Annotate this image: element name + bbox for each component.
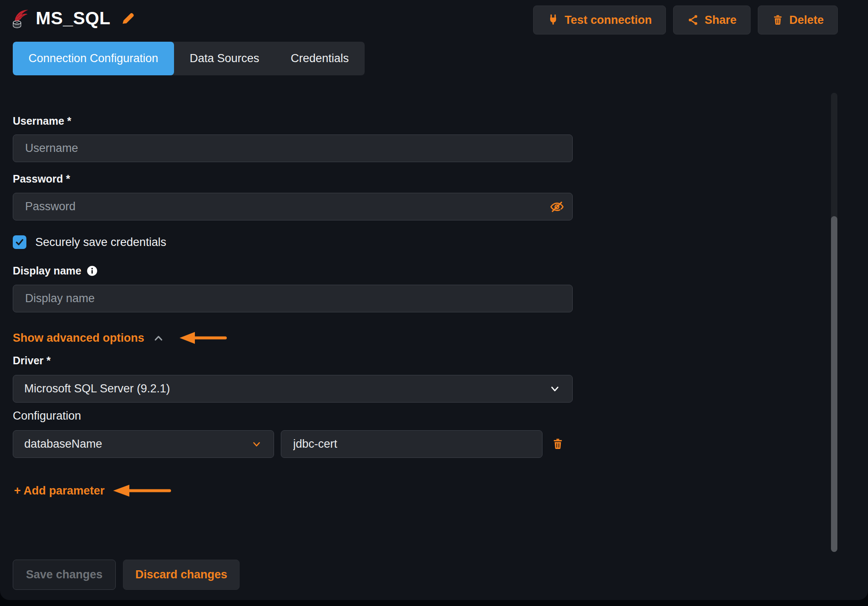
trash-icon: [772, 14, 784, 26]
edit-title-button[interactable]: [121, 11, 135, 26]
add-parameter-row: + Add parameter: [14, 483, 172, 498]
driver-label: Driver *: [13, 354, 51, 367]
add-parameter-button[interactable]: + Add parameter: [14, 484, 105, 497]
driver-selected-value: Microsoft SQL Server (9.2.1): [24, 382, 170, 395]
main-panel: MS_SQL Test connection: [0, 0, 868, 600]
scrollbar-track[interactable]: [831, 93, 837, 552]
advanced-options-row: Show advanced options: [13, 331, 228, 345]
eye-off-icon: [550, 200, 564, 214]
username-label: Username *: [13, 114, 71, 128]
parameter-key-select[interactable]: databaseName: [13, 430, 274, 458]
tab-bar: Connection Configuration Data Sources Cr…: [13, 42, 365, 75]
info-icon[interactable]: [86, 265, 98, 277]
header: MS_SQL: [12, 7, 135, 30]
chevron-up-icon[interactable]: [153, 332, 164, 344]
show-advanced-options-toggle[interactable]: Show advanced options: [13, 332, 144, 345]
parameter-value-input[interactable]: [281, 430, 542, 458]
left-arrow-annotation: [179, 331, 228, 345]
checkmark-icon: [14, 237, 25, 247]
share-button[interactable]: Share: [673, 6, 751, 34]
scrollbar-thumb[interactable]: [831, 216, 837, 552]
trash-icon: [551, 437, 564, 450]
password-label: Password *: [13, 172, 70, 186]
sql-server-logo-icon: [12, 7, 29, 30]
tab-connection-configuration[interactable]: Connection Configuration: [13, 42, 174, 75]
display-name-input[interactable]: [13, 285, 573, 312]
test-connection-label: Test connection: [565, 14, 652, 27]
securely-save-row: Securely save credentials: [13, 235, 166, 249]
discard-changes-button[interactable]: Discard changes: [123, 560, 240, 590]
tab-credentials[interactable]: Credentials: [275, 42, 365, 75]
chevron-down-icon: [548, 383, 561, 395]
delete-button[interactable]: Delete: [758, 6, 838, 34]
pencil-icon: [121, 11, 135, 26]
display-name-label: Display name: [13, 264, 98, 277]
share-label: Share: [705, 14, 737, 27]
connection-editor-page: MS_SQL Test connection: [0, 0, 868, 606]
header-actions: Test connection Share: [533, 6, 838, 34]
remove-parameter-button[interactable]: [551, 437, 564, 450]
page-title: MS_SQL: [36, 8, 111, 29]
configuration-label: Configuration: [13, 409, 81, 423]
plug-icon: [547, 14, 559, 26]
toggle-password-visibility-button[interactable]: [550, 200, 564, 214]
save-changes-button[interactable]: Save changes: [13, 560, 116, 590]
securely-save-label: Securely save credentials: [35, 236, 166, 249]
share-nodes-icon: [687, 14, 699, 26]
tab-data-sources[interactable]: Data Sources: [174, 42, 275, 75]
chevron-down-icon: [251, 438, 263, 450]
driver-select[interactable]: Microsoft SQL Server (9.2.1): [13, 375, 573, 403]
securely-save-checkbox[interactable]: [13, 235, 26, 249]
delete-label: Delete: [789, 14, 824, 27]
test-connection-button[interactable]: Test connection: [533, 6, 666, 34]
password-input[interactable]: [13, 193, 573, 220]
username-input[interactable]: [13, 134, 573, 162]
parameter-key-value: databaseName: [24, 437, 102, 451]
left-arrow-annotation: [112, 483, 172, 498]
display-name-label-text: Display name: [13, 264, 81, 277]
